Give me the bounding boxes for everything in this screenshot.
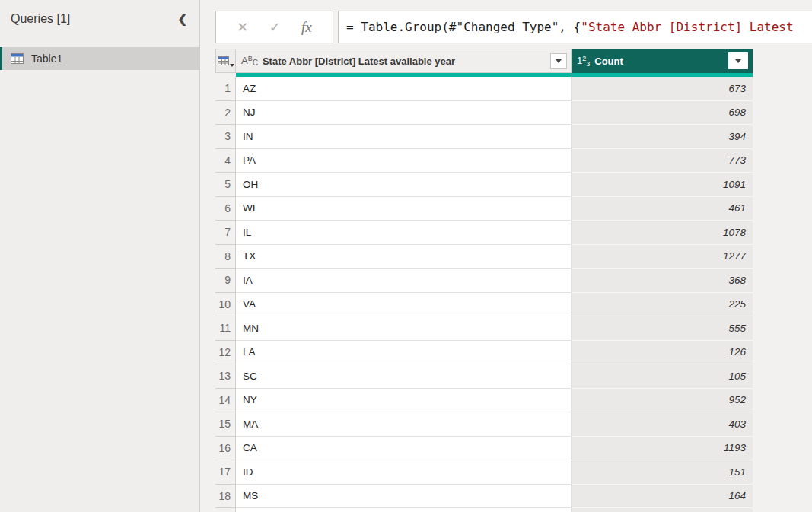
filter-dropdown-state[interactable] xyxy=(550,53,567,69)
queries-pane: Queries [1] ❮ Table1 xyxy=(0,0,200,512)
table-row: 11MN555 xyxy=(215,316,753,341)
row-number-cell[interactable] xyxy=(215,508,236,512)
count-cell[interactable]: 952 xyxy=(572,389,753,413)
table-row: 15MA403 xyxy=(215,412,753,437)
table-row: 14NY952 xyxy=(215,389,753,413)
row-number-cell[interactable]: 16 xyxy=(215,437,236,461)
table-row: 5OH1091 xyxy=(215,173,753,197)
state-cell[interactable]: MA xyxy=(236,412,572,437)
queries-pane-title: Queries [1] xyxy=(11,12,70,26)
state-cell[interactable]: VA xyxy=(236,293,572,317)
count-cell[interactable]: 225 xyxy=(572,293,753,317)
confirm-formula-icon[interactable]: ✓ xyxy=(269,19,281,36)
table-row: 4PA773 xyxy=(215,149,753,173)
state-cell[interactable]: ID xyxy=(236,460,572,485)
count-cell[interactable]: 151 xyxy=(572,460,753,485)
column-header-state[interactable]: ABC State Abbr [District] Latest availab… xyxy=(236,49,572,73)
count-cell[interactable]: 368 xyxy=(572,269,753,293)
state-cell[interactable]: IL xyxy=(236,221,572,245)
count-cell[interactable]: 164 xyxy=(572,485,753,509)
row-number-cell[interactable]: 10 xyxy=(215,293,236,317)
filter-caret-icon xyxy=(556,59,562,63)
row-number-cell[interactable]: 13 xyxy=(215,364,236,389)
fx-add-step-icon[interactable]: fx xyxy=(301,19,312,36)
count-cell[interactable] xyxy=(572,508,753,512)
row-number-cell[interactable]: 8 xyxy=(215,245,236,269)
table-row: 6WI461 xyxy=(215,197,753,221)
count-cell[interactable]: 1091 xyxy=(572,173,753,197)
row-number-cell[interactable]: 6 xyxy=(215,197,236,221)
state-cell[interactable]: MN xyxy=(236,316,572,341)
state-cell[interactable]: IA xyxy=(236,269,572,293)
count-cell[interactable]: 698 xyxy=(572,101,753,126)
count-cell[interactable]: 555 xyxy=(572,316,753,341)
state-cell[interactable]: SC xyxy=(236,364,572,389)
count-cell[interactable]: 461 xyxy=(572,197,753,221)
count-cell[interactable]: 394 xyxy=(572,125,753,149)
state-cell[interactable]: WI xyxy=(236,197,572,221)
count-cell[interactable]: 403 xyxy=(572,412,753,437)
count-cell[interactable]: 1078 xyxy=(572,221,753,245)
row-number-cell[interactable]: 7 xyxy=(215,221,236,245)
grid-rows: 1AZ6732NJ6983IN3944PA7735OH10916WI4617IL… xyxy=(215,77,753,512)
row-number-cell[interactable]: 5 xyxy=(215,173,236,197)
row-number-cell[interactable]: 2 xyxy=(215,101,236,126)
filter-dropdown-count[interactable] xyxy=(728,52,748,69)
state-cell[interactable]: PA xyxy=(236,149,572,173)
row-number-cell[interactable]: 4 xyxy=(215,149,236,173)
state-cell[interactable] xyxy=(236,508,572,512)
count-cell[interactable]: 773 xyxy=(572,149,753,173)
row-number-cell[interactable]: 14 xyxy=(215,389,236,413)
state-cell[interactable]: OH xyxy=(236,173,572,197)
power-query-editor-window: Queries [1] ❮ Table1 ✕ ✓ fx xyxy=(0,0,812,512)
row-number-cell[interactable]: 3 xyxy=(215,125,236,149)
state-cell[interactable]: NY xyxy=(236,389,572,413)
state-cell[interactable]: IN xyxy=(236,125,572,149)
formula-input[interactable]: = Table.Group(#"Changed Type", {"State A… xyxy=(338,11,812,43)
main-pane: ✕ ✓ fx = Table.Group(#"Changed Type", {"… xyxy=(201,0,812,512)
row-number-cell[interactable]: 18 xyxy=(215,485,236,509)
state-cell[interactable]: CA xyxy=(236,437,572,461)
state-cell[interactable]: TX xyxy=(236,245,572,269)
row-number-cell[interactable]: 1 xyxy=(215,77,236,101)
table-row: 13SC105 xyxy=(215,364,753,389)
column-label-count: Count xyxy=(594,56,728,67)
count-cell[interactable]: 1277 xyxy=(572,245,753,269)
table-row: 12LA126 xyxy=(215,341,753,365)
cancel-formula-icon[interactable]: ✕ xyxy=(237,19,248,36)
table-row: 16CA1193 xyxy=(215,437,753,461)
select-all-corner-button[interactable] xyxy=(215,49,236,73)
count-cell[interactable]: 673 xyxy=(572,77,753,101)
table-row: 18MS164 xyxy=(215,485,753,509)
formula-text: = Table.Group(#"Changed Type", {"State A… xyxy=(346,20,794,34)
table-row: 10VA225 xyxy=(215,293,753,317)
state-cell[interactable]: MS xyxy=(236,485,572,509)
row-number-cell[interactable]: 15 xyxy=(215,412,236,437)
row-number-cell[interactable]: 9 xyxy=(215,269,236,293)
count-cell[interactable]: 105 xyxy=(572,364,753,389)
count-cell[interactable]: 1193 xyxy=(572,437,753,461)
table-row: 2NJ698 xyxy=(215,101,753,126)
table-icon xyxy=(218,56,229,65)
row-number-cell[interactable]: 11 xyxy=(215,316,236,341)
collapse-pane-icon[interactable]: ❮ xyxy=(177,12,187,26)
query-item-table1[interactable]: Table1 xyxy=(0,47,200,70)
table-row: 1AZ673 xyxy=(215,77,753,101)
state-cell[interactable]: AZ xyxy=(236,77,572,101)
data-preview-grid: ABC State Abbr [District] Latest availab… xyxy=(215,49,753,512)
table-row: 9IA368 xyxy=(215,269,753,293)
row-number-cell[interactable]: 12 xyxy=(215,341,236,365)
row-number-cell[interactable]: 17 xyxy=(215,460,236,485)
number-type-icon: 123 xyxy=(577,55,590,68)
query-item-label: Table1 xyxy=(31,52,62,65)
formula-buttons: ✕ ✓ fx xyxy=(215,11,333,43)
queries-pane-header: Queries [1] ❮ xyxy=(0,0,199,26)
column-header-count[interactable]: 123 Count xyxy=(572,49,753,73)
grid-header-row: ABC State Abbr [District] Latest availab… xyxy=(215,49,753,73)
state-cell[interactable]: LA xyxy=(236,341,572,365)
state-cell[interactable]: NJ xyxy=(236,101,572,126)
count-cell[interactable]: 126 xyxy=(572,341,753,365)
table-row: 3IN394 xyxy=(215,125,753,149)
text-type-icon: ABC xyxy=(241,55,258,67)
table-row-partial xyxy=(215,508,753,512)
